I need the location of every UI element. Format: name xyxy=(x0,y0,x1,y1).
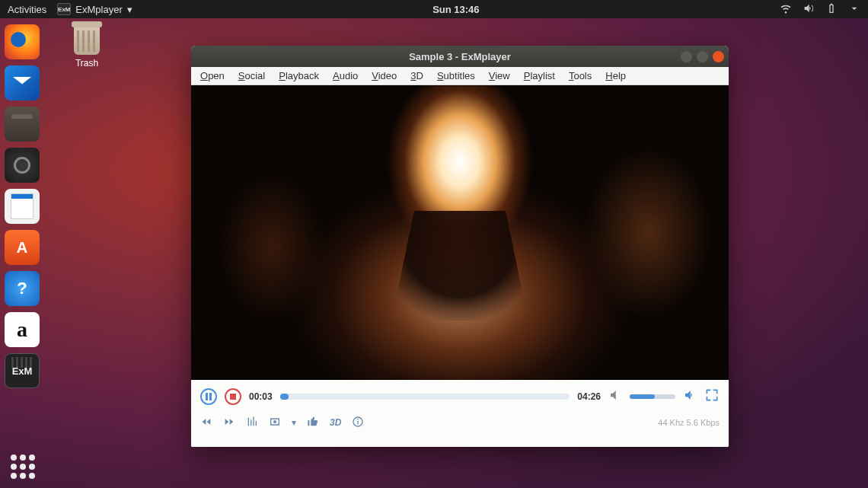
maximize-button[interactable] xyxy=(697,51,708,62)
help-launcher[interactable] xyxy=(5,271,40,306)
3d-button[interactable]: 3D xyxy=(330,417,341,428)
menu-video[interactable]: Video xyxy=(372,70,397,81)
trash-icon xyxy=(74,24,100,55)
menu-view[interactable]: View xyxy=(489,70,510,81)
fullscreen-button[interactable] xyxy=(704,388,720,406)
clock[interactable]: Sun 13:46 xyxy=(132,4,780,15)
stream-status: 44 Khz 5.6 Kbps xyxy=(658,418,720,427)
dock xyxy=(0,18,44,488)
trash-label: Trash xyxy=(65,58,108,69)
menu-help[interactable]: Help xyxy=(605,70,626,81)
video-frame-content xyxy=(191,85,729,380)
show-applications-button[interactable] xyxy=(11,455,35,479)
player-controls: 00:03 04:26 ▾ 3D 44 Khz 5.6 Kbps xyxy=(191,380,729,447)
total-time: 04:26 xyxy=(577,391,601,402)
volume-icon[interactable] xyxy=(803,2,815,17)
app-menu-label: ExMplayer xyxy=(75,4,122,15)
svg-point-0 xyxy=(273,420,276,423)
libreoffice-writer-launcher[interactable] xyxy=(5,189,40,224)
menu-tools[interactable]: Tools xyxy=(569,70,592,81)
menu-audio[interactable]: Audio xyxy=(333,70,358,81)
forward-button[interactable] xyxy=(223,416,235,430)
close-button[interactable] xyxy=(713,51,724,62)
stop-button[interactable] xyxy=(225,388,241,405)
elapsed-time: 00:03 xyxy=(249,391,273,402)
mute-button[interactable] xyxy=(608,388,622,405)
pause-button[interactable] xyxy=(200,388,217,405)
rewind-button[interactable] xyxy=(200,416,212,430)
chevron-down-icon: ▾ xyxy=(127,4,132,15)
power-menu-icon[interactable] xyxy=(848,2,860,17)
menu-playlist[interactable]: Playlist xyxy=(524,70,555,81)
seek-slider[interactable] xyxy=(280,394,570,400)
menu-3d[interactable]: 3D xyxy=(410,70,423,81)
ubuntu-software-launcher[interactable] xyxy=(5,230,40,265)
volume-up-button[interactable] xyxy=(683,388,697,405)
equalizer-button[interactable] xyxy=(246,416,258,430)
menu-open[interactable]: Open xyxy=(200,70,225,81)
exmplayer-launcher[interactable] xyxy=(5,353,40,388)
window-title: Sample 3 - ExMplayer xyxy=(409,51,511,62)
minimize-button[interactable] xyxy=(681,51,692,62)
firefox-launcher[interactable] xyxy=(5,24,40,59)
thunderbird-launcher[interactable] xyxy=(5,65,40,100)
thumbs-up-button[interactable] xyxy=(307,416,319,430)
app-menu[interactable]: ExM ExMplayer ▾ xyxy=(57,3,132,15)
files-launcher[interactable] xyxy=(5,107,40,142)
menu-social[interactable]: Social xyxy=(238,70,265,81)
activities-button[interactable]: Activities xyxy=(8,4,46,15)
menu-subtitles[interactable]: Subtitles xyxy=(437,70,475,81)
info-button[interactable] xyxy=(352,416,364,430)
trash-desktop-icon[interactable]: Trash xyxy=(65,24,108,69)
volume-slider[interactable] xyxy=(630,394,675,399)
menubar: Open Social Playback Audio Video 3D Subt… xyxy=(191,67,729,85)
rhythmbox-launcher[interactable] xyxy=(5,148,40,183)
video-canvas[interactable] xyxy=(191,85,729,380)
wifi-icon[interactable] xyxy=(780,2,792,17)
chevron-down-icon[interactable]: ▾ xyxy=(292,417,296,428)
exmplayer-indicator-icon: ExM xyxy=(57,3,71,15)
screenshot-button[interactable] xyxy=(269,416,281,430)
battery-icon[interactable] xyxy=(825,2,838,17)
exmplayer-window: Sample 3 - ExMplayer Open Social Playbac… xyxy=(191,46,729,447)
menu-playback[interactable]: Playback xyxy=(279,70,319,81)
gnome-topbar: Activities ExM ExMplayer ▾ Sun 13:46 xyxy=(0,0,868,18)
window-titlebar[interactable]: Sample 3 - ExMplayer xyxy=(191,46,729,67)
amazon-launcher[interactable] xyxy=(5,312,40,347)
